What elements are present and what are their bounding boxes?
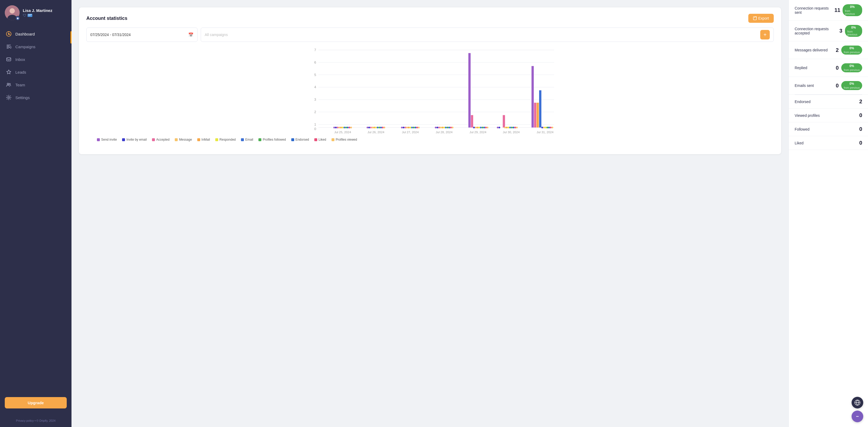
svg-point-72	[435, 127, 436, 128]
date-range-filter[interactable]: 07/25/2024 - 07/31/2024 📅	[86, 28, 197, 42]
legend-accepted: Accepted	[152, 138, 169, 142]
sidebar-item-dashboard[interactable]: Dashboard	[0, 28, 71, 40]
svg-rect-107	[536, 103, 539, 128]
svg-point-71	[418, 127, 420, 128]
svg-text:3: 3	[314, 97, 316, 101]
svg-point-47	[347, 127, 348, 128]
svg-point-67	[411, 127, 413, 128]
stat-label: Connection requests sent	[795, 6, 834, 14]
svg-point-52	[370, 127, 372, 128]
svg-point-40	[335, 127, 337, 128]
svg-point-54	[373, 127, 375, 128]
avatar	[5, 5, 20, 20]
sidebar-item-label: Campaigns	[16, 44, 35, 49]
svg-point-89	[480, 127, 482, 128]
svg-rect-105	[531, 66, 534, 127]
legend-message: Message	[175, 138, 192, 142]
svg-point-95	[497, 127, 498, 128]
export-button[interactable]: Export	[748, 14, 774, 23]
sidebar-profile: Lisa J. Martinez 🛡	[0, 0, 71, 25]
stat-row-connection-sent: Connection requests sent 11 0% from prev…	[789, 0, 868, 21]
inbox-icon	[6, 56, 12, 62]
svg-point-43	[340, 127, 342, 128]
svg-point-104	[516, 127, 518, 128]
legend-inmail: InMail	[197, 138, 210, 142]
svg-text:Jul 31, 2024: Jul 31, 2024	[536, 130, 553, 134]
svg-point-118	[856, 416, 857, 417]
legend-profiles-followed: Profiles followed	[258, 138, 286, 142]
sidebar-item-leads[interactable]: Leads	[0, 66, 71, 79]
stats-header: Account statistics Export	[86, 14, 774, 23]
upgrade-button[interactable]: Upgrade	[5, 397, 67, 408]
svg-rect-94	[503, 115, 505, 128]
svg-rect-84	[471, 115, 473, 128]
campaign-filter[interactable]: All campaigns +	[201, 28, 774, 42]
svg-point-51	[368, 127, 370, 128]
svg-point-75	[440, 127, 441, 128]
svg-text:Jul 29, 2024: Jul 29, 2024	[469, 130, 487, 134]
svg-point-114	[550, 127, 551, 128]
svg-text:1: 1	[314, 122, 316, 126]
svg-point-112	[547, 127, 548, 128]
svg-point-10	[10, 47, 11, 48]
sidebar: Lisa J. Martinez 🛡	[0, 0, 71, 427]
svg-text:Jul 26, 2024: Jul 26, 2024	[368, 130, 384, 134]
svg-point-77	[443, 127, 445, 128]
svg-point-58	[380, 127, 382, 128]
svg-point-79	[447, 127, 448, 128]
export-icon	[753, 17, 757, 20]
stat-label: Followed	[795, 127, 809, 131]
svg-rect-83	[468, 53, 471, 127]
legend-responded: Responded	[215, 138, 236, 142]
svg-point-102	[513, 127, 514, 128]
svg-point-110	[543, 127, 545, 128]
stat-value: 0	[833, 83, 839, 89]
dashboard-icon	[6, 31, 12, 37]
stat-label: Emails sent	[795, 84, 814, 88]
legend-send-invite: Send invite	[97, 138, 117, 142]
sidebar-footer: Privacy policy • © Dripify, 2024	[0, 416, 71, 427]
svg-point-80	[448, 127, 450, 128]
sidebar-item-team[interactable]: Team	[0, 79, 71, 91]
translate-button[interactable]	[851, 397, 863, 408]
svg-point-87	[477, 127, 478, 128]
svg-point-68	[413, 127, 414, 128]
svg-point-73	[436, 127, 438, 128]
svg-point-44	[342, 127, 343, 128]
svg-point-88	[478, 127, 480, 128]
stat-right: 11 0% from previous	[834, 4, 862, 16]
svg-rect-4	[28, 14, 32, 15]
sidebar-item-label: Dashboard	[16, 32, 35, 36]
svg-rect-108	[539, 90, 541, 128]
svg-point-97	[504, 127, 506, 128]
svg-point-111	[545, 127, 546, 128]
stat-row-messages-delivered: Messages delivered 2 0% from previous	[789, 41, 868, 59]
sidebar-item-inbox[interactable]: Inbox	[0, 53, 71, 66]
svg-point-82	[452, 127, 453, 128]
legend-endorsed: Endorsed	[291, 138, 309, 142]
svg-point-64	[406, 127, 408, 128]
svg-point-93	[487, 127, 488, 128]
stat-badge: 0% from previous	[845, 25, 862, 37]
chat-button[interactable]	[851, 410, 863, 422]
svg-point-69	[414, 127, 416, 128]
main-content: Account statistics Export 07/25/2024 - 0…	[71, 0, 788, 427]
svg-point-41	[337, 127, 338, 128]
team-icon	[6, 82, 12, 88]
svg-point-60	[383, 127, 385, 128]
verified-badge	[16, 16, 20, 21]
stat-value: 0	[833, 65, 839, 71]
svg-point-109	[541, 127, 543, 128]
add-campaign-button[interactable]: +	[760, 30, 770, 39]
svg-rect-5	[28, 16, 31, 16]
svg-point-42	[338, 127, 340, 128]
sidebar-item-campaigns[interactable]: Campaigns	[0, 40, 71, 53]
leads-icon	[6, 69, 12, 75]
svg-point-49	[350, 127, 352, 128]
sidebar-item-settings[interactable]: Settings	[0, 91, 71, 104]
sidebar-item-label: Team	[16, 83, 25, 87]
svg-point-78	[445, 127, 446, 128]
stat-row-liked: Liked 0	[789, 136, 868, 150]
svg-text:Jul 28, 2024: Jul 28, 2024	[436, 130, 453, 134]
stat-row-endorsed: Endorsed 2	[789, 95, 868, 109]
